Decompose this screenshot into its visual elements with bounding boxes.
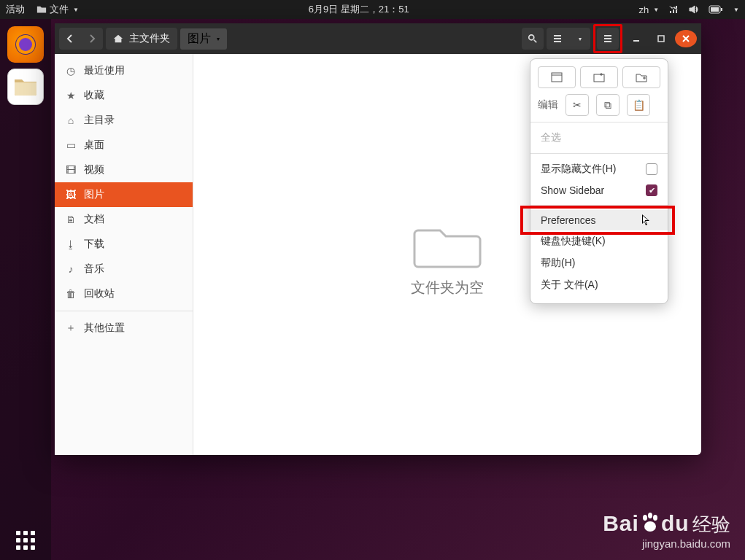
scissors-icon: ✂ <box>573 99 582 111</box>
sidebar-item-starred[interactable]: ★收藏 <box>55 83 193 108</box>
sidebar-item-downloads[interactable]: ⭳下载 <box>55 232 193 257</box>
paste-button[interactable]: 📋 <box>627 94 650 116</box>
select-all-item[interactable]: 全选 <box>538 127 660 149</box>
show-sidebar-label: Show Sidebar <box>541 184 604 196</box>
maximize-icon <box>657 34 665 43</box>
battery-icon[interactable] <box>709 4 723 15</box>
view-options-button[interactable]: ▾ <box>568 28 590 50</box>
forward-button[interactable] <box>81 28 103 50</box>
sidebar-item-desktop[interactable]: ▭桌面 <box>55 133 193 158</box>
sidebar-item-home[interactable]: ⌂主目录 <box>55 108 193 133</box>
pictures-icon: 🖼 <box>65 189 77 201</box>
network-icon[interactable] <box>668 4 679 15</box>
sidebar-item-label: 最近使用 <box>84 64 125 77</box>
paste-icon: 📋 <box>633 99 645 111</box>
svg-point-9 <box>643 515 647 521</box>
activities-label: 活动 <box>6 3 25 16</box>
clock-icon: ◷ <box>65 65 77 77</box>
window-icon <box>551 72 563 82</box>
dock-firefox[interactable] <box>7 26 44 63</box>
video-icon: 🎞 <box>65 164 77 176</box>
dock-files[interactable] <box>7 69 44 105</box>
checkbox-checked-icon: ✔ <box>646 184 657 196</box>
close-button[interactable] <box>675 30 697 47</box>
hamburger-icon <box>603 34 613 44</box>
sidebar-item-pictures[interactable]: 🖼图片 <box>55 182 193 207</box>
sidebar-item-recent[interactable]: ◷最近使用 <box>55 58 193 83</box>
app-menu[interactable]: 文件 ▼ <box>36 3 79 16</box>
sidebar-item-label: 图片 <box>84 188 104 201</box>
folder-icon <box>36 4 47 15</box>
close-icon <box>682 34 690 43</box>
empty-folder-icon <box>411 212 484 271</box>
chevron-down-icon: ▼ <box>73 7 79 13</box>
new-window-button[interactable] <box>538 66 576 88</box>
chevron-down-icon: ▾ <box>217 36 220 42</box>
paw-icon <box>639 512 661 534</box>
svg-point-12 <box>644 521 656 532</box>
sidebar: ◷最近使用 ★收藏 ⌂主目录 ▭桌面 🎞视频 🖼图片 🗎文档 ⭳下载 ♪音乐 🗑… <box>55 54 193 455</box>
svg-rect-2 <box>711 7 719 12</box>
svg-rect-1 <box>721 8 722 11</box>
chevron-down-icon: ▼ <box>653 7 659 13</box>
watermark-brand1: Bai <box>603 511 639 535</box>
new-folder-button[interactable] <box>622 66 660 88</box>
select-all-label: 全选 <box>541 131 561 144</box>
view-list-button[interactable] <box>547 28 568 50</box>
view-group: ▾ <box>547 28 590 50</box>
copy-button[interactable]: ⧉ <box>596 94 619 116</box>
new-tab-button[interactable] <box>580 66 618 88</box>
sidebar-item-label: 音乐 <box>84 262 104 276</box>
about-item[interactable]: 关于 文件(A) <box>538 274 660 296</box>
watermark-url: jingyan.baidu.com <box>603 537 730 550</box>
clock[interactable]: 6月9日 星期二，21：51 <box>309 3 409 16</box>
show-sidebar-item[interactable]: Show Sidebar✔ <box>538 180 660 201</box>
edit-label: 编辑 <box>538 98 558 112</box>
sidebar-item-videos[interactable]: 🎞视频 <box>55 158 193 182</box>
back-button[interactable] <box>59 28 81 50</box>
watermark: Baidu 经验 jingyan.baidu.com <box>603 511 730 550</box>
help-item[interactable]: 帮助(H) <box>538 252 660 274</box>
titlebar: 主文件夹 图片 ▾ ▾ <box>55 23 701 54</box>
plus-icon: ＋ <box>65 322 77 335</box>
checkbox-unchecked-icon <box>646 163 657 175</box>
path-segment-current[interactable]: 图片 ▾ <box>180 28 227 50</box>
downloads-icon: ⭳ <box>65 238 77 250</box>
volume-icon[interactable] <box>688 4 700 15</box>
preferences-label: Preferences <box>541 214 595 226</box>
show-applications[interactable] <box>16 531 35 550</box>
sidebar-item-label: 其他位置 <box>84 322 125 335</box>
hamburger-menu-button[interactable] <box>597 28 619 50</box>
path-home-label: 主文件夹 <box>129 32 170 45</box>
show-hidden-label: 显示隐藏文件(H) <box>541 163 616 176</box>
sidebar-item-label: 主目录 <box>84 114 115 127</box>
svg-point-5 <box>529 35 534 40</box>
sidebar-item-music[interactable]: ♪音乐 <box>55 257 193 281</box>
music-icon: ♪ <box>65 263 77 275</box>
hamburger-highlight <box>593 24 622 53</box>
maximize-button[interactable] <box>650 28 672 50</box>
tab-plus-icon <box>593 72 605 82</box>
sidebar-item-documents[interactable]: 🗎文档 <box>55 207 193 232</box>
chevron-right-icon <box>87 34 97 44</box>
preferences-item[interactable]: Preferences <box>530 210 668 230</box>
cursor-icon <box>641 214 652 227</box>
help-label: 帮助(H) <box>541 257 575 270</box>
activities-button[interactable]: 活动 <box>6 3 25 16</box>
chevron-down-icon: ▾ <box>579 36 582 42</box>
sidebar-item-label: 视频 <box>84 163 104 176</box>
svg-point-10 <box>648 513 652 518</box>
sidebar-item-trash[interactable]: 🗑回收站 <box>55 281 193 306</box>
sidebar-item-other[interactable]: ＋其他位置 <box>55 316 193 341</box>
input-source[interactable]: zh▼ <box>638 4 659 15</box>
svg-point-4 <box>19 38 32 51</box>
path-bar[interactable]: 主文件夹 <box>106 28 177 50</box>
star-icon: ★ <box>65 90 77 101</box>
minimize-button[interactable] <box>625 28 647 50</box>
cut-button[interactable]: ✂ <box>565 94 589 116</box>
minimize-icon <box>632 34 641 43</box>
search-button[interactable] <box>522 28 544 50</box>
show-hidden-item[interactable]: 显示隐藏文件(H) <box>538 158 660 180</box>
nav-group <box>59 28 103 50</box>
shortcuts-item[interactable]: 键盘快捷键(K) <box>538 230 660 252</box>
